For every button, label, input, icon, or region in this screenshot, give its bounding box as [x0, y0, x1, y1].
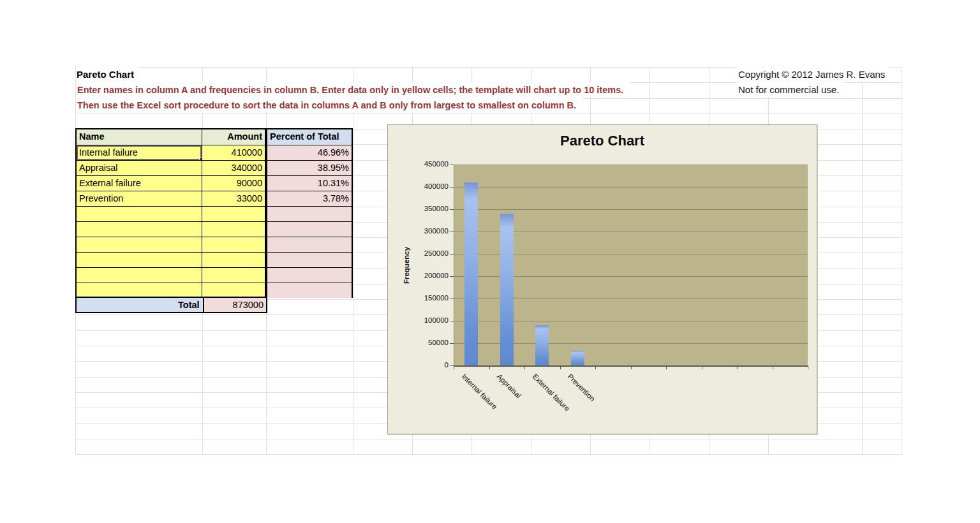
chart-bar[interactable] [500, 214, 514, 365]
y-axis-line [454, 165, 454, 365]
cell-amount[interactable] [202, 267, 265, 283]
cell-amount[interactable] [202, 283, 265, 298]
instruction-line-2: Then use the Excel sort procedure to sor… [77, 98, 583, 113]
plot-gridline [454, 165, 808, 165]
total-label: Total [77, 298, 203, 312]
plot-gridline [454, 209, 808, 210]
cell-percent [267, 221, 352, 237]
cell-percent [267, 267, 352, 283]
x-axis-tick [595, 366, 596, 369]
spreadsheet-canvas: Pareto Chart Enter names in column A and… [0, 0, 980, 523]
y-axis-tick-label: 0 [408, 361, 449, 369]
y-axis-tick-label: 350000 [408, 205, 449, 212]
table-row [267, 206, 352, 221]
x-axis-tick [524, 366, 525, 369]
chart-bar[interactable] [571, 351, 584, 365]
x-axis-tick [702, 366, 702, 369]
x-axis-tick [489, 366, 490, 369]
cell-percent: 38.95% [267, 160, 352, 175]
cell-name[interactable] [77, 237, 202, 252]
chart-title: Pareto Chart [388, 133, 817, 149]
x-axis-tick [666, 366, 667, 369]
cell-name-selected[interactable]: Internal failure [77, 145, 202, 160]
cell-percent [267, 206, 352, 221]
table-row [77, 252, 265, 267]
cell-amount[interactable]: 90000 [202, 175, 265, 191]
cell-amount[interactable]: 33000 [202, 191, 265, 206]
y-axis-tick-label: 250000 [408, 249, 449, 257]
x-axis-category-label: Appraisal [496, 372, 523, 399]
table-row [77, 206, 265, 221]
table-row [267, 221, 352, 237]
cell-amount[interactable] [202, 237, 265, 252]
table-row [77, 267, 265, 283]
y-axis-tick-label: 100000 [408, 316, 449, 324]
table-percent-block: Percent of Total 46.96%38.95%10.31%3.78% [266, 128, 353, 298]
cell-percent: 3.78% [267, 191, 352, 206]
table-row: Prevention33000 [77, 191, 265, 206]
x-axis-tick [808, 366, 808, 369]
plot-gridline [454, 187, 808, 188]
x-axis-category-label: Prevention [567, 372, 597, 402]
copyright-line: Copyright © 2012 James R. Evans [737, 67, 889, 82]
table-row: Appraisal340000 [77, 160, 265, 175]
x-axis-category-label: Internal failure [460, 372, 498, 411]
cell-amount[interactable] [202, 221, 265, 237]
table-header-row: Percent of Total [267, 129, 352, 145]
header-percent-of-total: Percent of Total [267, 129, 352, 145]
y-axis-tick-label: 450000 [408, 160, 449, 168]
cell-name[interactable] [77, 252, 202, 267]
table-total-row: Total 873000 [75, 297, 267, 313]
cell-amount[interactable]: 340000 [202, 160, 265, 175]
header-name: Name [77, 129, 202, 145]
table-row [267, 283, 352, 298]
x-axis-tick [773, 366, 773, 369]
sheet-title: Pareto Chart [77, 67, 139, 82]
cell-name[interactable]: Prevention [77, 191, 202, 206]
table-row: 3.78% [267, 191, 352, 206]
cell-name[interactable] [77, 267, 202, 283]
cell-amount[interactable] [202, 206, 265, 221]
table-row [267, 237, 352, 252]
table-row [77, 283, 265, 298]
y-axis-tick-label: 400000 [408, 182, 449, 190]
table-name-amount-block: Name Amount Internal failure410000Apprai… [75, 128, 266, 298]
y-axis-title: Frequency [402, 165, 411, 365]
x-axis-tick [631, 366, 632, 369]
sheet-column-gridline [353, 68, 353, 455]
table-row: 46.96% [267, 145, 352, 160]
x-axis-tick [737, 366, 738, 369]
total-value-cell[interactable]: 873000 [203, 298, 266, 312]
x-axis-tick [560, 366, 561, 369]
sheet-column-gridline [902, 68, 902, 455]
chart-bar[interactable] [535, 325, 549, 365]
y-axis-tick-label: 200000 [408, 272, 449, 279]
table-row [267, 252, 352, 267]
cell-amount[interactable]: 410000 [202, 145, 265, 160]
table-row: 38.95% [267, 160, 352, 175]
y-axis-tick-label: 150000 [408, 294, 449, 302]
y-axis-tick-label: 50000 [408, 339, 449, 346]
sheet-column-gridline [862, 68, 863, 455]
cell-name[interactable] [77, 206, 202, 221]
table-row: Internal failure410000 [77, 145, 265, 160]
table-header-row: Name Amount [77, 129, 265, 145]
x-axis-tick [454, 366, 454, 369]
table-row [267, 267, 352, 283]
cell-name[interactable]: Appraisal [77, 160, 202, 175]
table-row: 10.31% [267, 175, 352, 191]
cell-name[interactable] [77, 221, 202, 237]
cell-percent [267, 237, 352, 252]
table-row [77, 221, 265, 237]
cell-percent: 10.31% [267, 175, 352, 191]
cell-percent [267, 283, 352, 298]
cell-amount[interactable] [202, 252, 265, 267]
x-axis-category-label: External failure [531, 372, 571, 413]
chart-bar[interactable] [464, 182, 478, 365]
pareto-chart[interactable]: Pareto Chart Frequency 45000040000035000… [387, 124, 817, 434]
instruction-line-1: Enter names in column A and frequencies … [77, 82, 630, 98]
cell-name[interactable] [77, 283, 202, 298]
cell-percent: 46.96% [267, 145, 352, 160]
cell-name[interactable]: External failure [77, 175, 202, 191]
table-row [77, 237, 265, 252]
